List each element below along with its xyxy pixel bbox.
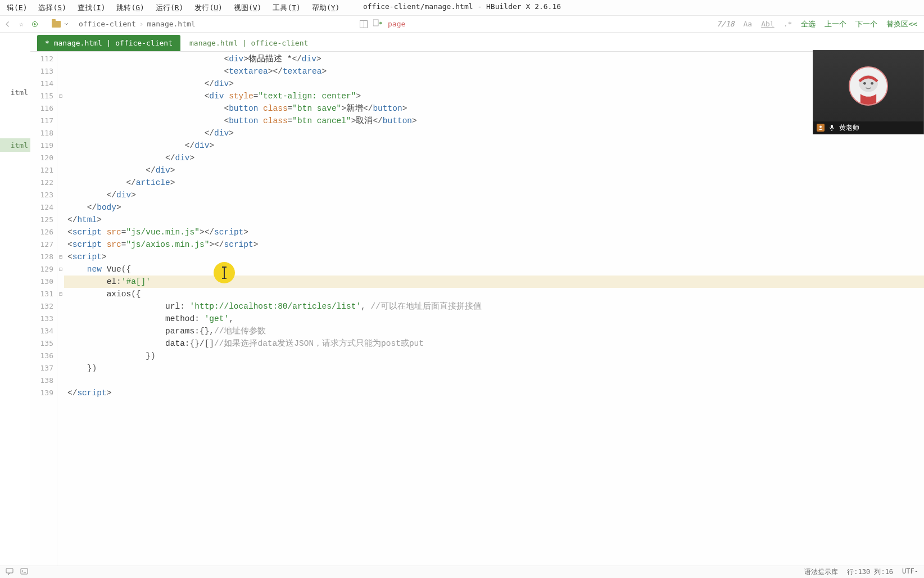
line-number: 131	[30, 288, 57, 300]
code-line[interactable]: <script src="js/axios.min.js"></script>	[64, 238, 924, 251]
code-line[interactable]: </article>	[64, 177, 924, 189]
replace-toggle[interactable]: 替换区<<	[886, 19, 917, 29]
whole-word-toggle[interactable]: Abl	[761, 20, 774, 28]
code-line[interactable]: <script>	[64, 251, 924, 263]
code-line[interactable]: </div>	[64, 139, 924, 152]
code-line[interactable]: method: 'get',	[64, 313, 924, 325]
code-line[interactable]: axios({	[64, 288, 924, 300]
line-number: 120	[30, 152, 57, 164]
menu-i[interactable]: 查找(I)	[72, 1, 111, 15]
code-line[interactable]: </div>	[64, 189, 924, 201]
tabs-bar: * manage.html | office-client manage.htm…	[30, 33, 924, 52]
code-line[interactable]: el:'#a[]'	[64, 276, 924, 288]
code-line[interactable]: <div style="text-align: center">	[64, 90, 924, 102]
folder-icon[interactable]	[52, 21, 61, 28]
fold-toggle	[57, 387, 64, 399]
grammar-hint[interactable]: 语法提示库	[804, 567, 838, 577]
menu-g[interactable]: 跳转(G)	[111, 1, 150, 15]
open-browser-icon[interactable]	[373, 19, 382, 29]
code-line[interactable]: url: 'http://localhost:80/articles/list'…	[64, 300, 924, 313]
fold-toggle[interactable]: ⊟	[57, 288, 64, 300]
find-next-button[interactable]: 下一个	[855, 19, 877, 29]
code-content[interactable]: <div>物品描述 *</div> <textarea></textarea> …	[64, 52, 924, 566]
fold-toggle	[57, 139, 64, 152]
tab-manage-active[interactable]: * manage.html | office-client	[37, 35, 180, 51]
code-line[interactable]: </div>	[64, 152, 924, 164]
regex-toggle[interactable]: .*	[783, 20, 792, 28]
code-line[interactable]: </div>	[64, 78, 924, 90]
menu-y[interactable]: 帮助(Y)	[306, 1, 345, 15]
match-case-toggle[interactable]: Aa	[744, 20, 753, 28]
line-number: 139	[30, 387, 57, 399]
message-icon[interactable]	[6, 567, 13, 577]
line-number: 126	[30, 226, 57, 238]
line-number: 117	[30, 115, 57, 127]
menu-u[interactable]: 发行(U)	[189, 1, 228, 15]
tab-manage-inactive[interactable]: manage.html | office-client	[182, 35, 316, 51]
code-line[interactable]: })	[64, 362, 924, 374]
select-all-button[interactable]: 全选	[801, 19, 816, 29]
file-explorer[interactable]: itml itml	[0, 33, 30, 566]
fold-toggle	[57, 189, 64, 201]
svg-point-5	[871, 82, 873, 85]
split-view-icon[interactable]	[360, 20, 368, 28]
tab-label: * manage.html | office-client	[45, 39, 173, 47]
fold-toggle	[57, 214, 64, 226]
code-line[interactable]: </html>	[64, 214, 924, 226]
line-number: 115	[30, 90, 57, 102]
explorer-item-selected[interactable]: itml	[0, 138, 30, 152]
fold-toggle	[57, 337, 64, 350]
code-editor[interactable]: 1121131141151161171181191201211221231241…	[30, 52, 924, 566]
video-participant-overlay[interactable]: 黄老师	[813, 50, 924, 134]
code-line[interactable]: data:{}/[]//如果选择data发送JSON，请求方式只能为post或p…	[64, 337, 924, 350]
code-line[interactable]: <button class="btn cancel">取消</button>	[64, 115, 924, 127]
code-line[interactable]: params:{},//地址传参数	[64, 325, 924, 337]
code-line[interactable]: </div>	[64, 164, 924, 177]
code-line[interactable]: <button class="btn save">新增</button>	[64, 102, 924, 115]
line-gutter: 1121131141151161171181191201211221231241…	[30, 52, 57, 566]
find-prev-button[interactable]: 上一个	[825, 19, 846, 29]
fold-toggle[interactable]: ⊟	[57, 90, 64, 102]
findbar: 7/18 Aa Abl .* 全选 上一个 下一个 替换区<<	[717, 19, 924, 29]
fold-toggle	[57, 238, 64, 251]
participant-name-bar: 黄老师	[813, 121, 923, 134]
menu-v[interactable]: 视图(V)	[228, 1, 267, 15]
line-number: 130	[30, 276, 57, 288]
participant-avatar	[849, 66, 888, 106]
terminal-icon[interactable]	[20, 567, 28, 577]
line-number: 112	[30, 53, 57, 65]
statusbar: 语法提示库 行:130 列:16 UTF-	[0, 566, 924, 578]
breadcrumb-project[interactable]: office-client	[79, 20, 136, 28]
menu-r[interactable]: 运行(R)	[150, 1, 189, 15]
code-line[interactable]: })	[64, 350, 924, 362]
code-line[interactable]: <div>物品描述 *</div>	[64, 53, 924, 65]
run-icon[interactable]	[30, 20, 39, 29]
code-line[interactable]	[64, 374, 924, 387]
menu-e[interactable]: 辑(E)	[1, 1, 33, 15]
code-line[interactable]: </script>	[64, 387, 924, 399]
encoding[interactable]: UTF-	[902, 567, 918, 577]
tab-label: manage.html | office-client	[189, 39, 308, 47]
breadcrumb-file[interactable]: manage.html	[147, 20, 196, 28]
fold-toggle[interactable]: ⊟	[57, 263, 64, 276]
line-number: 119	[30, 139, 57, 152]
menu-t[interactable]: 工具(T)	[267, 1, 306, 15]
cursor-position[interactable]: 行:130 列:16	[847, 567, 893, 577]
line-number: 125	[30, 214, 57, 226]
code-line[interactable]: <script src="js/vue.min.js"></script>	[64, 226, 924, 238]
breadcrumb[interactable]: office-client › manage.html	[79, 20, 196, 28]
line-number: 123	[30, 189, 57, 201]
code-line[interactable]: <textarea></textarea>	[64, 65, 924, 78]
line-number: 113	[30, 65, 57, 78]
fold-column[interactable]: ⊟⊟⊟⊟	[57, 52, 64, 566]
line-number: 122	[30, 177, 57, 189]
fold-toggle[interactable]: ⊟	[57, 251, 64, 263]
back-icon[interactable]	[3, 20, 12, 29]
explorer-item[interactable]: itml	[0, 85, 30, 99]
menu-s[interactable]: 选择(S)	[33, 1, 71, 15]
code-line[interactable]: </div>	[64, 127, 924, 139]
star-icon[interactable]: ☆	[17, 20, 26, 29]
line-number: 121	[30, 164, 57, 177]
code-line[interactable]: new Vue({	[64, 263, 924, 276]
code-line[interactable]: </body>	[64, 201, 924, 214]
